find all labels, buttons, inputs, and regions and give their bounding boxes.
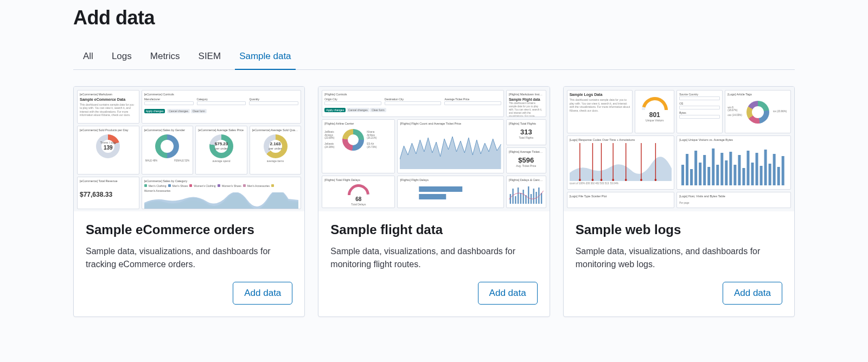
fl-dest-lbl: Destination City <box>385 98 442 101</box>
svg-rect-40 <box>730 152 732 185</box>
fl-cancel-btn[interactable]: Cancel changes <box>347 108 369 112</box>
svg-point-28 <box>654 179 656 181</box>
svg-rect-31 <box>690 169 693 185</box>
svg-rect-41 <box>734 165 737 185</box>
fl-origin-lbl: Origin City <box>324 98 381 101</box>
ecom-gender-hd: [eCommerce] Sales by Gender <box>144 128 191 132</box>
tab-logs[interactable]: Logs <box>111 46 133 69</box>
wl-resp-chart <box>570 143 672 181</box>
svg-rect-9 <box>528 186 529 204</box>
fl-origin-select[interactable] <box>324 101 381 105</box>
wl-bytes-slider[interactable] <box>679 115 720 119</box>
ecom-avg-sales-foot: average spend <box>198 159 245 163</box>
fl-clear-btn[interactable]: Clear form <box>370 108 386 112</box>
fl-markdown-body: This dashboard contains sample data for … <box>509 102 544 117</box>
add-data-button-weblogs[interactable]: Add data <box>723 282 782 305</box>
fl-delay-gauge-sub: Total Delays <box>324 203 392 206</box>
svg-rect-48 <box>764 150 767 185</box>
fl-delay-gauge-hd: [Flights] Total Flight Delays <box>324 178 392 182</box>
wl-os-lbl: OS <box>679 102 720 105</box>
wl-resp-hd: [Logs] Response Codes Over Time + Annota… <box>570 138 672 142</box>
wl-uniq-hd: [Logs] Unique Visitors vs. Average Bytes <box>679 138 788 142</box>
fl-total-hd: [Flights] Total Flights <box>509 122 544 126</box>
card-desc-flights: Sample data, visualizations, and dashboa… <box>330 245 537 271</box>
svg-rect-11 <box>533 189 534 204</box>
ecom-avg-qty-sub: per order <box>269 147 282 151</box>
wl-os-select[interactable] <box>679 106 720 109</box>
ecom-clear-btn[interactable]: Clear form <box>191 109 207 113</box>
tab-sample-data[interactable]: Sample data <box>238 46 292 69</box>
svg-point-27 <box>640 179 642 181</box>
wl-source-select[interactable] <box>679 96 720 100</box>
card-title-ecommerce: Sample eCommerce orders <box>86 222 292 237</box>
wl-tags-b: ios (23.96%) <box>773 110 788 113</box>
ecom-apply-btn[interactable]: Apply changes <box>144 109 165 113</box>
ecom-sold-value: 139 <box>104 145 113 151</box>
wl-resp-foot: count of 100% 200 302 402 503 513: 53.04… <box>570 182 672 185</box>
tab-metrics[interactable]: Metrics <box>149 46 181 69</box>
tab-siem[interactable]: SIEM <box>197 46 222 69</box>
ecom-markdown-body: This dashboard contains sample data for … <box>80 103 137 117</box>
svg-point-22 <box>579 179 581 181</box>
fl-total-value: 313 <box>509 128 544 137</box>
fl-delay-gauge-value: 68 <box>324 196 392 203</box>
fl-total-sub: Total Flights <box>509 136 544 139</box>
svg-rect-52 <box>782 156 784 185</box>
ecom-markdown-title: Sample eCommerce Data <box>80 98 137 102</box>
fl-price-slider[interactable] <box>444 101 501 105</box>
svg-rect-43 <box>743 168 745 185</box>
fl-cancel-chart <box>509 183 544 205</box>
svg-rect-34 <box>703 155 706 185</box>
fl-markdown-hd: [Flights] Markdown Instructions <box>509 93 544 96</box>
preview-ecommerce: [eCommerce] Markdown Sample eCommerce Da… <box>74 87 304 211</box>
ecom-ctl-quantity[interactable] <box>249 101 298 105</box>
svg-rect-38 <box>721 153 724 185</box>
fl-apply-btn[interactable]: Apply changes <box>324 108 346 112</box>
svg-rect-0 <box>419 186 463 192</box>
ecom-area-chart <box>144 192 299 209</box>
svg-rect-29 <box>681 165 684 185</box>
wl-scatter-hd: [Logs] File Type Scatter Plot <box>570 195 672 198</box>
ecom-ctl-manufacturer[interactable] <box>144 101 194 105</box>
fl-dest-select[interactable] <box>385 101 442 105</box>
svg-rect-37 <box>716 165 719 185</box>
fl-bar-chart <box>400 183 501 205</box>
page-title: Add data <box>73 7 795 29</box>
ecom-avg-sales-value: $75.23 <box>215 141 228 147</box>
ecom-ctl-category-lbl: Category <box>197 98 246 101</box>
svg-rect-42 <box>738 155 741 185</box>
ecom-cat-hd: [eCommerce] Sales by Category <box>144 179 299 183</box>
ecom-ctl-category[interactable] <box>197 101 246 105</box>
fl-controls-hd: [Flights] Controls <box>324 93 501 96</box>
tab-all[interactable]: All <box>82 46 94 69</box>
svg-rect-51 <box>777 167 780 185</box>
fl-carrier-d: ES-Air (25.73%) <box>367 143 382 148</box>
ecom-cancel-btn[interactable]: Cancel changes <box>167 109 190 113</box>
svg-rect-2 <box>510 194 511 204</box>
ecom-ctl-quantity-lbl: Quantity <box>249 98 298 101</box>
ecom-ctl-manufacturer-lbl: Manufacturer <box>144 98 194 101</box>
card-title-weblogs: Sample web logs <box>576 222 782 237</box>
fl-avgprice-sub: Avg. Ticket Price <box>509 164 544 167</box>
wl-visitors-value: 801 <box>637 111 672 119</box>
preview-flights: [Flights] Controls Origin City Destinati… <box>318 87 549 211</box>
svg-rect-45 <box>751 163 754 185</box>
svg-rect-1 <box>419 194 446 199</box>
ecom-markdown-hd: [eCommerce] Markdown <box>80 93 137 96</box>
card-weblogs: Sample Logs Data This dashboard contains… <box>563 86 795 317</box>
add-data-button-flights[interactable]: Add data <box>478 282 538 305</box>
svg-point-25 <box>612 179 614 181</box>
tabs: All Logs Metrics SIEM Sample data <box>73 46 795 70</box>
fl-count-hd: [Flights] Flight Count and Average Ticke… <box>400 122 501 126</box>
svg-rect-14 <box>541 193 542 204</box>
wl-markdown-title: Sample Logs Data <box>570 93 630 97</box>
svg-rect-5 <box>518 188 519 204</box>
add-data-button-ecommerce[interactable]: Add data <box>233 282 292 305</box>
wl-uniq-chart <box>679 143 788 186</box>
ecom-gender-female: FEMALE 52% <box>174 159 189 162</box>
fl-cancel-hd: [Flights] Delays & Cancellations <box>509 178 544 182</box>
svg-point-24 <box>600 179 602 181</box>
svg-rect-50 <box>773 154 776 185</box>
ecom-sold-label: Trxns / day <box>100 141 116 145</box>
card-desc-weblogs: Sample data, visualizations, and dashboa… <box>576 245 782 271</box>
